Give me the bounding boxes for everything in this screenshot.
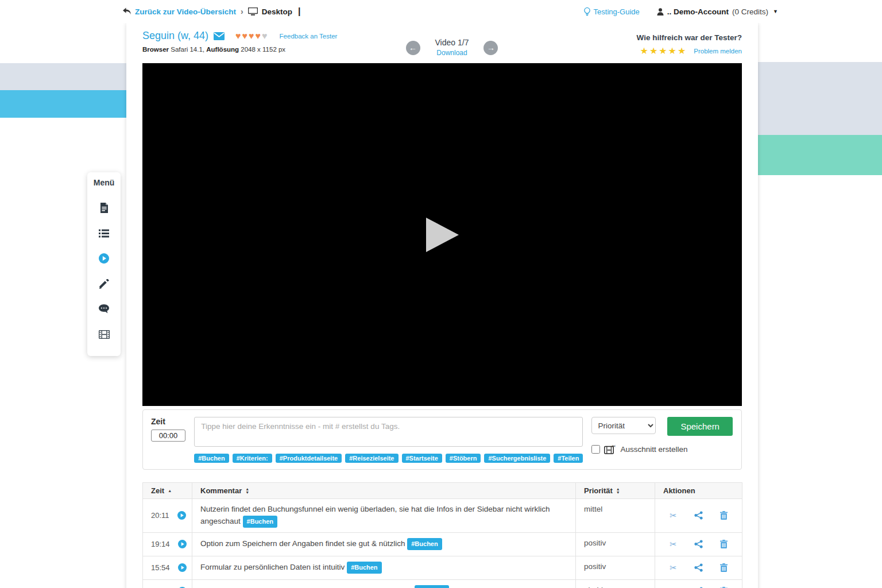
breadcrumb: Zurück zur Video-Übersicht › Desktop | xyxy=(122,6,300,17)
tag-chip[interactable]: #Startseite xyxy=(402,454,442,463)
star-filled-icon[interactable]: ★ xyxy=(659,46,668,56)
comment-icon xyxy=(99,304,109,314)
column-header-prioritaet[interactable]: Priorität▲▼ xyxy=(576,483,655,499)
clip-label: Ausschnitt erstellen xyxy=(620,445,687,454)
star-filled-icon[interactable]: ★ xyxy=(640,46,649,56)
tester-info: Seguin (w, 44) ♥♥♥♥♥ Feedback an Tester … xyxy=(142,30,406,63)
main-card: Seguin (w, 44) ♥♥♥♥♥ Feedback an Tester … xyxy=(126,23,758,588)
priority-select[interactable]: Priorität xyxy=(591,417,656,434)
tester-hearts: ♥♥♥♥♥ xyxy=(235,31,269,41)
feedback-link[interactable]: Feedback an Tester xyxy=(280,33,338,40)
resolution-label: Auflösung xyxy=(206,46,239,53)
comment-row: 20:11 Nutzerin findet den Buchungsfunnel… xyxy=(143,499,742,533)
comment-row: 15:54 Formular zu persönlichen Daten ist… xyxy=(143,556,742,579)
svg-text:✂: ✂ xyxy=(612,444,616,449)
time-input[interactable] xyxy=(151,430,185,442)
report-problem-link[interactable]: Problem melden xyxy=(694,48,742,55)
heart-filled-icon: ♥ xyxy=(256,31,262,41)
jump-to-time-icon[interactable] xyxy=(178,563,187,572)
document-icon xyxy=(100,203,109,213)
comment-tag[interactable]: #Buchen xyxy=(347,562,381,574)
jump-to-time-icon[interactable] xyxy=(177,511,186,520)
browser-label: Browser xyxy=(142,46,169,53)
prev-video-button[interactable]: ← xyxy=(406,41,420,55)
star-filled-icon[interactable]: ★ xyxy=(649,46,659,56)
account-menu[interactable]: .. Demo-Account (0 Credits) ▼ xyxy=(657,7,778,16)
cut-clip-icon[interactable]: ✂ xyxy=(670,510,677,521)
tag-chip[interactable]: #Buchen xyxy=(194,454,229,463)
sort-both-icon: ▲▼ xyxy=(245,488,249,494)
comment-priority: positiv xyxy=(576,532,655,556)
comment-priority: positiv xyxy=(576,556,655,579)
top-bar: Zurück zur Video-Übersicht › Desktop | T… xyxy=(0,0,882,23)
share-icon[interactable] xyxy=(694,563,703,572)
bg-band-gray-left xyxy=(0,63,126,90)
delete-icon[interactable] xyxy=(720,540,728,548)
cut-clip-icon[interactable]: ✂ xyxy=(670,539,677,550)
resolution-value: 2048 x 1152 px xyxy=(241,46,285,53)
comment-row: 19:14 Option zum Speichern der Angaben f… xyxy=(143,532,742,556)
download-link[interactable]: Download xyxy=(436,49,467,57)
tester-rating: Wie hilfreich war der Tester? ★★★★★ Prob… xyxy=(498,30,742,63)
arrow-right-icon: → xyxy=(487,43,495,52)
comment-priority: niedrig xyxy=(576,579,655,588)
play-icon[interactable] xyxy=(426,218,459,252)
card-header: Seguin (w, 44) ♥♥♥♥♥ Feedback an Tester … xyxy=(126,23,758,63)
testing-guide-link[interactable]: Testing-Guide xyxy=(584,7,640,16)
comment-tag[interactable]: #Buchen xyxy=(243,516,277,528)
tag-chip[interactable]: #Produktdetailseite xyxy=(276,454,342,463)
column-header-kommentar[interactable]: Kommentar▲▼ xyxy=(192,483,576,499)
video-player[interactable] xyxy=(142,63,742,406)
menu-item-pencil[interactable] xyxy=(87,271,121,296)
device-breadcrumb: Desktop xyxy=(248,7,292,16)
bg-band-teal-right xyxy=(758,135,882,175)
menu-item-list[interactable] xyxy=(87,220,121,246)
delete-icon[interactable] xyxy=(720,511,728,520)
menu-item-play[interactable] xyxy=(87,246,121,271)
star-filled-icon[interactable]: ★ xyxy=(668,46,678,56)
share-icon[interactable] xyxy=(694,540,703,548)
caret-down-icon: ▼ xyxy=(773,9,778,14)
column-header-aktionen: Aktionen xyxy=(655,483,742,499)
comment-text: Formular zu persönlichen Daten ist intui… xyxy=(200,563,345,571)
cut-clip-icon[interactable]: ✂ xyxy=(670,563,677,573)
menu-item-document[interactable] xyxy=(87,195,121,220)
tag-chip[interactable]: #Suchergebnisliste xyxy=(484,454,550,463)
arrow-left-icon: ← xyxy=(409,43,417,52)
back-to-overview-link[interactable]: Zurück zur Video-Übersicht xyxy=(122,7,236,16)
tester-name[interactable]: Seguin (w, 44) xyxy=(142,30,208,42)
comment-row: 14:42 Nutzerin ist sich erst nicht ganz … xyxy=(143,579,742,588)
side-menu-title: Menü xyxy=(94,178,115,187)
heart-filled-icon: ♥ xyxy=(242,31,249,41)
share-icon[interactable] xyxy=(694,511,703,520)
comment-priority: mittel xyxy=(576,499,655,533)
menu-item-comment[interactable] xyxy=(87,296,121,322)
envelope-icon[interactable] xyxy=(214,32,225,40)
top-bar-right: Testing-Guide .. Demo-Account (0 Credits… xyxy=(584,7,778,16)
rating-stars[interactable]: ★★★★★ xyxy=(640,45,687,56)
jump-to-time-icon[interactable] xyxy=(178,540,187,548)
comment-timestamp: 15:54 xyxy=(151,563,170,572)
comment-timestamp: 19:14 xyxy=(151,540,170,548)
breadcrumb-separator: › xyxy=(241,7,243,16)
tag-chip[interactable]: #Teilen xyxy=(554,454,583,463)
next-video-button[interactable]: → xyxy=(483,41,498,55)
clip-checkbox[interactable] xyxy=(591,445,600,454)
menu-item-film[interactable] xyxy=(87,322,121,347)
pipe-separator: | xyxy=(298,6,300,17)
bg-band-gray-right xyxy=(758,62,882,135)
tag-chip[interactable]: #Reisezielseite xyxy=(345,454,398,463)
video-counter: Video 1/7 xyxy=(435,38,469,47)
delete-icon[interactable] xyxy=(720,563,728,572)
tag-chip[interactable]: #Kriterien: xyxy=(233,454,272,463)
save-button[interactable]: Speichern xyxy=(667,417,733,436)
star-filled-icon[interactable]: ★ xyxy=(678,46,687,56)
comment-tag[interactable]: #Buchen xyxy=(415,585,449,588)
heart-filled-icon: ♥ xyxy=(235,31,242,41)
insight-input[interactable] xyxy=(194,417,583,447)
column-header-zeit[interactable]: Zeit▲ xyxy=(143,483,192,499)
comment-text: Option zum Speichern der Angaben findet … xyxy=(200,539,405,548)
comment-tag[interactable]: #Buchen xyxy=(407,538,442,550)
tag-chip[interactable]: #Stöbern xyxy=(446,454,481,463)
browser-info: Browser Safari 14.1, Auflösung 2048 x 11… xyxy=(142,46,406,53)
